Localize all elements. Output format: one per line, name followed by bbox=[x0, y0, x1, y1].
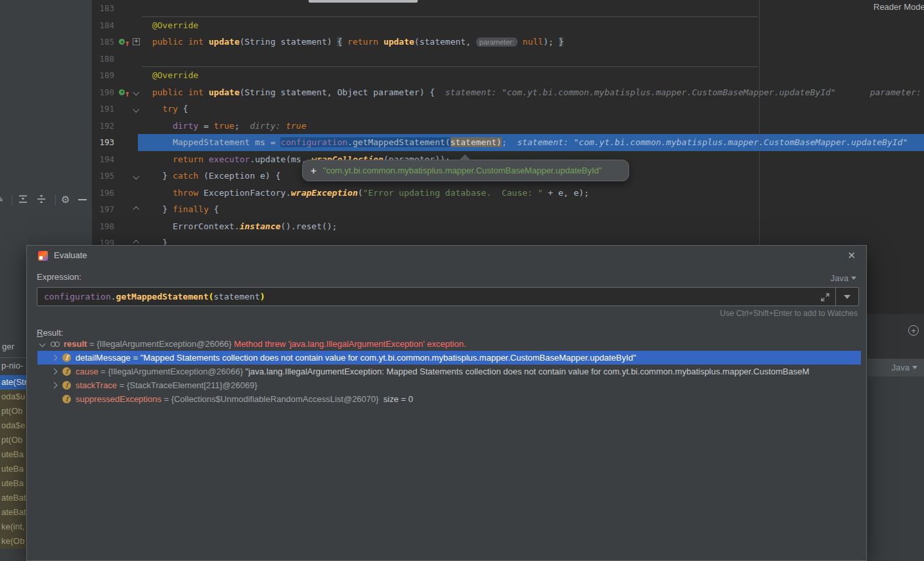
thread-selector-fragment[interactable]: p-nio- bbox=[1, 361, 23, 370]
result-tree-row[interactable]: fcause = {IllegalArgumentException@26066… bbox=[27, 365, 866, 378]
result-tree-row[interactable]: result = {IllegalArgumentException@26066… bbox=[27, 337, 866, 351]
crosshair-icon[interactable]: + bbox=[908, 325, 919, 336]
green-dot-icon bbox=[119, 89, 125, 95]
code-token: update bbox=[209, 37, 240, 47]
line-number[interactable]: 184 bbox=[92, 17, 114, 34]
line-number[interactable]: 197 bbox=[92, 201, 114, 218]
up-arrow-icon: ↑ bbox=[125, 35, 130, 52]
variable-value: {StackTraceElement[211]@26069} bbox=[127, 380, 257, 390]
gear-icon[interactable]: ⚙ bbox=[61, 194, 70, 206]
code-line[interactable]: 190↑ public int update(String statement,… bbox=[92, 84, 924, 101]
line-number[interactable]: 198 bbox=[92, 218, 114, 235]
code-token: @Override bbox=[152, 70, 198, 80]
history-dropdown-icon[interactable] bbox=[844, 295, 850, 299]
chevron-down-icon[interactable] bbox=[36, 342, 48, 346]
line-number[interactable]: 192 bbox=[92, 118, 114, 135]
line-number[interactable]: 188 bbox=[92, 51, 114, 68]
code-line[interactable]: 197 } finally { bbox=[92, 201, 924, 218]
expand-editor-icon[interactable] bbox=[821, 292, 829, 301]
code-line[interactable]: 198 ErrorContext.instance().reset(); bbox=[92, 218, 924, 235]
code-token: = bbox=[198, 121, 213, 131]
fold-plus-icon: + bbox=[133, 38, 140, 45]
expression-token: configuration bbox=[44, 292, 111, 302]
dialog-title: Evaluate bbox=[54, 250, 87, 260]
code-line[interactable]: 193 MappedStatement ms = configuration.g… bbox=[92, 134, 924, 151]
variable-value: size = 0 bbox=[379, 394, 413, 404]
code-token bbox=[142, 188, 173, 198]
expression-token: ) bbox=[260, 292, 265, 302]
expression-input[interactable]: configuration.getMappedStatement(stateme… bbox=[37, 287, 859, 306]
expand-value-icon[interactable]: + bbox=[311, 165, 317, 176]
popup-edge-artifact bbox=[309, 0, 418, 3]
variable-value: "Mapped Statements collection does not c… bbox=[141, 353, 636, 363]
code-text: dirty = true; dirty: true bbox=[142, 118, 307, 135]
green-dot-icon bbox=[119, 39, 125, 45]
line-number[interactable]: 190 bbox=[92, 84, 114, 101]
fold-chevron-icon bbox=[133, 206, 139, 212]
dialog-title-bar[interactable]: Evaluate ✕ bbox=[27, 246, 866, 265]
code-line[interactable]: 196 throw ExceptionFactory.wrapException… bbox=[92, 185, 924, 202]
code-token bbox=[142, 154, 173, 164]
chevron-right-icon[interactable] bbox=[48, 369, 60, 374]
code-token: ; bbox=[234, 121, 240, 131]
line-number[interactable]: 183 bbox=[92, 0, 114, 17]
line-number[interactable]: 185 bbox=[92, 34, 114, 51]
language-selector[interactable]: Java bbox=[892, 363, 917, 372]
variable-name: stackTrace bbox=[76, 380, 117, 390]
code-token: update bbox=[209, 87, 240, 97]
code-line[interactable]: 191 try { bbox=[92, 101, 924, 118]
result-tree-row[interactable]: fdetailMessage = "Mapped Statements coll… bbox=[27, 351, 866, 365]
line-number[interactable]: 196 bbox=[92, 185, 114, 202]
pencil-icon[interactable]: ✎ bbox=[0, 194, 4, 204]
fold-chevron-icon bbox=[133, 173, 139, 179]
fold-icon[interactable] bbox=[131, 168, 141, 185]
fold-icon[interactable] bbox=[131, 201, 141, 218]
chevron-right-icon[interactable] bbox=[48, 383, 60, 388]
watches-panel-body bbox=[868, 376, 924, 561]
variable-value: = bbox=[99, 367, 108, 376]
code-token: (String statement) bbox=[240, 37, 338, 47]
code-line[interactable]: 184 @Override bbox=[92, 17, 924, 34]
code-token bbox=[342, 37, 347, 47]
variable-value: "java.lang.IllegalArgumentException: Map… bbox=[246, 367, 810, 376]
fold-icon[interactable] bbox=[131, 84, 141, 101]
code-token bbox=[142, 20, 152, 30]
result-tree-row[interactable]: fstackTrace = {StackTraceElement[211]@26… bbox=[27, 378, 866, 392]
intellij-logo-icon bbox=[38, 251, 48, 261]
line-number[interactable]: 191 bbox=[92, 101, 114, 118]
field-icon: f bbox=[62, 367, 71, 376]
collapse-all-icon[interactable] bbox=[36, 194, 47, 207]
code-line[interactable]: 189 @Override bbox=[92, 67, 924, 84]
line-number[interactable]: 195 bbox=[92, 168, 114, 185]
line-number[interactable]: 189 bbox=[92, 67, 114, 84]
close-icon[interactable]: ✕ bbox=[847, 250, 856, 261]
fold-chevron-icon bbox=[133, 106, 139, 112]
code-token: (statement, bbox=[414, 37, 476, 47]
code-token: executor bbox=[209, 154, 250, 164]
toolbar-divider bbox=[12, 195, 12, 206]
line-number[interactable]: 194 bbox=[92, 151, 114, 168]
code-token: ; bbox=[502, 137, 507, 147]
reader-mode-toggle[interactable]: Reader Mode bbox=[873, 2, 924, 12]
code-text: throw ExceptionFactory.wrapException("Er… bbox=[142, 185, 589, 202]
code-line[interactable]: 183 bbox=[92, 0, 924, 17]
code-token: update bbox=[384, 37, 414, 47]
code-token: null bbox=[523, 37, 543, 47]
chevron-right-icon[interactable] bbox=[48, 355, 60, 360]
code-line[interactable]: 192 dirty = true; dirty: true bbox=[92, 118, 924, 135]
code-token: throw bbox=[173, 188, 204, 198]
dialog-language-selector[interactable]: Java bbox=[831, 272, 856, 284]
minimize-icon[interactable] bbox=[78, 199, 87, 200]
fold-icon[interactable]: + bbox=[131, 34, 141, 51]
code-token: { bbox=[209, 204, 219, 214]
result-tree: result = {IllegalArgumentException@26066… bbox=[27, 337, 866, 406]
code-token: true bbox=[286, 121, 306, 131]
line-number[interactable]: 193 bbox=[92, 134, 114, 151]
variable-name: detailMessage bbox=[76, 353, 131, 363]
code-line[interactable]: 185↑+ public int update(String statement… bbox=[92, 34, 924, 51]
code-token bbox=[142, 87, 152, 97]
code-line[interactable]: 188 bbox=[92, 51, 924, 68]
fold-icon[interactable] bbox=[131, 101, 141, 118]
expand-all-icon[interactable] bbox=[18, 194, 28, 207]
result-tree-row[interactable]: fsuppressedExceptions = {Collections$Unm… bbox=[27, 392, 866, 406]
